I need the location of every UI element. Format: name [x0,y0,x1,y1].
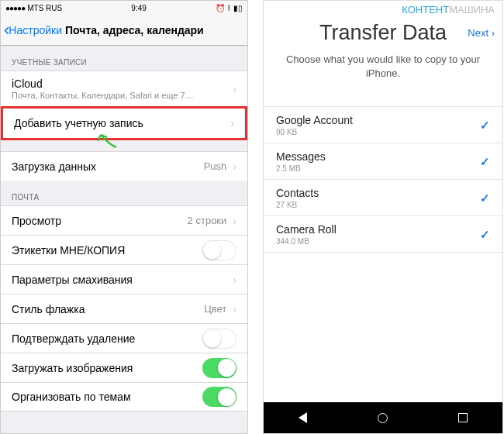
preview-label: Просмотр [12,215,61,227]
row-fetch[interactable]: Загрузка данных Push › [1,151,247,181]
organize-switch[interactable] [202,387,236,407]
item-size: 27 KB [276,201,319,209]
confirm-delete-label: Подтверждать удаление [12,332,135,345]
transfer-item-camera[interactable]: Camera Roll 344.0 MB ✓ [264,216,502,253]
item-name: Contacts [276,187,319,199]
check-icon: ✓ [480,228,490,242]
load-images-switch[interactable] [202,358,236,378]
row-confirm-delete[interactable]: Подтверждать удаление [1,323,247,353]
check-icon: ✓ [480,155,490,169]
section-header-accounts: УЧЕТНЫЕ ЗАПИСИ [1,46,247,71]
back-label: Настройки [9,24,62,36]
load-images-label: Загружать изображения [12,362,133,374]
transfer-item-contacts[interactable]: Contacts 27 KB ✓ [264,180,502,216]
item-name: Google Account [276,114,353,126]
labels-switch[interactable] [202,240,236,260]
item-name: Messages [276,150,326,163]
carrier-label: MTS RUS [27,4,62,12]
confirm-delete-switch[interactable] [202,329,236,349]
organize-label: Организовать по темам [12,391,131,403]
labels-label: Этикетки МНЕ/КОПИЯ [12,244,125,257]
chevron-right-icon: › [233,303,236,315]
section-header-mail: ПОЧТА [1,181,247,205]
check-icon: ✓ [480,191,490,205]
android-recents-icon[interactable] [458,413,468,422]
watermark-part2: МАШИНА [449,4,495,16]
transfer-item-messages[interactable]: Messages 2.5 MB ✓ [264,143,502,180]
row-swipe[interactable]: Параметры смахивания › [1,264,247,294]
ios-nav-bar: ‹ Настройки Почта, адреса, календари [1,15,247,46]
row-load-images[interactable]: Загружать изображения [1,353,247,382]
add-account-label: Добавить учетную запись [14,117,143,129]
item-name: Camera Roll [276,223,337,236]
android-transfer-screen: КОНТЕНТМАШИНА Next › Transfer Data Choos… [263,0,503,434]
row-labels[interactable]: Этикетки МНЕ/КОПИЯ [1,235,247,264]
ios-settings-screen: ●●●●● MTS RUS 9:49 ⏰ ᛒ ▮▯ ‹ Настройки По… [0,0,248,434]
row-organize[interactable]: Организовать по темам [1,382,247,412]
fetch-value: Push [204,160,227,172]
icloud-title: iCloud [12,78,194,90]
back-button[interactable]: ‹ Настройки [4,20,62,40]
android-home-icon[interactable] [378,413,388,423]
transfer-subtitle: Choose what you would like to copy to yo… [264,45,502,80]
chevron-right-icon: › [233,160,236,173]
chevron-right-icon: › [492,27,495,39]
watermark: КОНТЕНТМАШИНА Next › [402,4,495,39]
check-icon: ✓ [480,119,490,133]
transfer-item-google[interactable]: Google Account 90 KB ✓ [264,107,502,143]
next-link[interactable]: Next › [402,27,495,39]
page-title: Почта, адреса, календари [65,24,204,36]
item-size: 90 KB [276,128,353,136]
swipe-label: Параметры смахивания [12,274,133,286]
item-size: 2.5 MB [276,164,326,173]
signal-dots-icon: ●●●●● [5,4,25,12]
flag-label: Стиль флажка [12,303,85,315]
preview-value: 2 строки [188,215,227,226]
battery-icon: ▮▯ [233,4,243,12]
chevron-right-icon: › [230,117,234,129]
chevron-right-icon: › [233,83,236,95]
icloud-sub: Почта, Контакты, Календари, Safari и еще… [12,91,194,100]
alarm-icon: ⏰ [216,4,225,12]
chevron-right-icon: › [233,274,236,286]
android-nav-bar [264,402,502,433]
item-size: 344.0 MB [276,237,337,246]
row-add-account[interactable]: Добавить учетную запись › [3,108,245,138]
highlight-annotation: Добавить учетную запись › [1,106,247,140]
chevron-right-icon: › [233,215,236,227]
fetch-label: Загрузка данных [12,160,96,173]
flag-value: Цвет [204,303,226,315]
android-back-icon[interactable] [299,412,307,423]
bluetooth-icon: ᛒ [227,4,231,12]
row-icloud[interactable]: iCloud Почта, Контакты, Календари, Safar… [1,71,247,106]
watermark-part1: КОНТЕНТ [402,4,449,16]
row-flag[interactable]: Стиль флажка Цвет › [1,294,247,323]
status-time: 9:49 [131,4,146,12]
transfer-list: Google Account 90 KB ✓ Messages 2.5 MB ✓… [264,106,502,253]
row-preview[interactable]: Просмотр 2 строки › [1,205,247,235]
ios-status-bar: ●●●●● MTS RUS 9:49 ⏰ ᛒ ▮▯ [1,1,247,15]
